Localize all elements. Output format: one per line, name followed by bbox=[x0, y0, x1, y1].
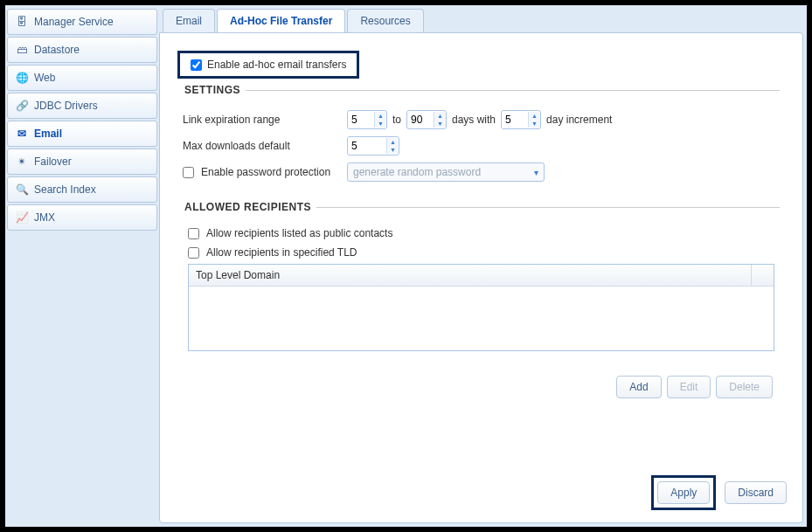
tab-email[interactable]: Email bbox=[163, 9, 215, 32]
apply-button[interactable]: Apply bbox=[657, 481, 710, 504]
sidebar: 🗄 Manager Service 🗃 Datastore 🌐 Web 🔗 JD… bbox=[5, 5, 159, 527]
chevron-down-icon: ▾ bbox=[534, 168, 538, 177]
chevron-up-icon[interactable]: ▲ bbox=[434, 112, 446, 120]
chevron-up-icon[interactable]: ▲ bbox=[375, 112, 386, 120]
sidebar-item-label: Failover bbox=[34, 155, 72, 168]
globe-icon: 🌐 bbox=[15, 71, 29, 85]
server-icon: 🗄 bbox=[15, 15, 29, 29]
chart-icon: 📈 bbox=[15, 211, 29, 225]
chevron-up-icon[interactable]: ▲ bbox=[387, 138, 399, 146]
allow-public-label: Allow recipients listed as public contac… bbox=[206, 227, 392, 239]
link-expiration-label: Link expiration range bbox=[183, 114, 347, 126]
enable-transfers-checkbox[interactable] bbox=[191, 59, 202, 71]
sidebar-item-jdbc[interactable]: 🔗 JDBC Drivers bbox=[7, 93, 157, 119]
sidebar-item-manager-service[interactable]: 🗄 Manager Service bbox=[7, 9, 157, 35]
failover-icon: ✴ bbox=[15, 155, 29, 169]
discard-button[interactable]: Discard bbox=[725, 481, 787, 504]
sidebar-item-jmx[interactable]: 📈 JMX bbox=[7, 204, 157, 231]
envelope-icon: ✉ bbox=[15, 127, 29, 141]
allowed-legend: ALLOWED RECIPIENTS bbox=[183, 201, 316, 213]
chevron-up-icon[interactable]: ▲ bbox=[529, 112, 540, 120]
link-exp-to-input[interactable] bbox=[407, 112, 434, 128]
sidebar-item-label: Search Index bbox=[34, 183, 96, 196]
database-icon: 🗃 bbox=[15, 43, 29, 57]
link-exp-from-spinner[interactable]: ▲▼ bbox=[347, 110, 387, 129]
max-downloads-label: Max downloads default bbox=[183, 140, 347, 152]
enable-transfers-highlight: Enable ad-hoc email transfers bbox=[177, 51, 359, 79]
grid-column-spacer bbox=[751, 265, 767, 286]
sidebar-item-label: Manager Service bbox=[34, 16, 114, 28]
link-exp-to-spinner[interactable]: ▲▼ bbox=[406, 110, 447, 129]
chevron-down-icon[interactable]: ▼ bbox=[434, 120, 446, 128]
allow-tld-label: Allow recipients in specified TLD bbox=[206, 246, 357, 259]
password-mode-value: generate random password bbox=[353, 166, 481, 178]
sidebar-item-datastore[interactable]: 🗃 Datastore bbox=[7, 37, 157, 63]
search-icon: 🔍 bbox=[15, 183, 29, 197]
password-mode-combo[interactable]: generate random password ▾ bbox=[347, 162, 545, 182]
content-panel: Enable ad-hoc email transfers SETTINGS L… bbox=[159, 32, 803, 523]
day-increment-text: day increment bbox=[541, 114, 617, 126]
sidebar-item-label: Email bbox=[34, 128, 62, 140]
max-downloads-input[interactable] bbox=[348, 138, 386, 154]
sidebar-item-label: Web bbox=[34, 72, 55, 84]
sidebar-item-web[interactable]: 🌐 Web bbox=[7, 65, 157, 91]
sidebar-item-label: JDBC Drivers bbox=[34, 100, 98, 112]
sidebar-item-label: JMX bbox=[34, 211, 55, 224]
enable-password-label: Enable password protection bbox=[201, 166, 330, 178]
chevron-down-icon[interactable]: ▼ bbox=[387, 146, 399, 154]
link-exp-incr-spinner[interactable]: ▲▼ bbox=[501, 110, 541, 129]
sidebar-item-failover[interactable]: ✴ Failover bbox=[7, 149, 157, 175]
sidebar-item-search-index[interactable]: 🔍 Search Index bbox=[7, 176, 157, 203]
grid-body[interactable] bbox=[189, 287, 774, 350]
days-with-text: days with bbox=[447, 114, 501, 126]
chevron-down-icon[interactable]: ▼ bbox=[375, 120, 386, 128]
to-text: to bbox=[387, 114, 406, 126]
tab-adhoc-file-transfer[interactable]: Ad-Hoc File Transfer bbox=[217, 9, 345, 32]
enable-password-checkbox[interactable] bbox=[183, 167, 194, 178]
apply-highlight: Apply bbox=[651, 475, 716, 510]
settings-legend: SETTINGS bbox=[183, 84, 246, 96]
sidebar-item-label: Datastore bbox=[34, 44, 80, 56]
chevron-down-icon[interactable]: ▼ bbox=[529, 120, 540, 128]
edit-button[interactable]: Edit bbox=[667, 376, 711, 398]
tld-grid: Top Level Domain bbox=[188, 264, 774, 351]
grid-column-tld[interactable]: Top Level Domain bbox=[196, 269, 751, 281]
tab-resources[interactable]: Resources bbox=[347, 9, 423, 32]
sidebar-item-email[interactable]: ✉ Email bbox=[7, 121, 157, 147]
link-exp-from-input[interactable] bbox=[348, 112, 374, 128]
delete-button[interactable]: Delete bbox=[716, 376, 773, 398]
allow-tld-checkbox[interactable] bbox=[188, 247, 199, 259]
link-exp-incr-input[interactable] bbox=[502, 112, 528, 128]
add-button[interactable]: Add bbox=[616, 376, 661, 398]
enable-transfers-label: Enable ad-hoc email transfers bbox=[207, 59, 346, 71]
allow-public-checkbox[interactable] bbox=[188, 228, 199, 239]
max-downloads-spinner[interactable]: ▲▼ bbox=[347, 136, 399, 155]
tabs: Email Ad-Hoc File Transfer Resources bbox=[159, 5, 807, 32]
link-icon: 🔗 bbox=[15, 99, 29, 113]
